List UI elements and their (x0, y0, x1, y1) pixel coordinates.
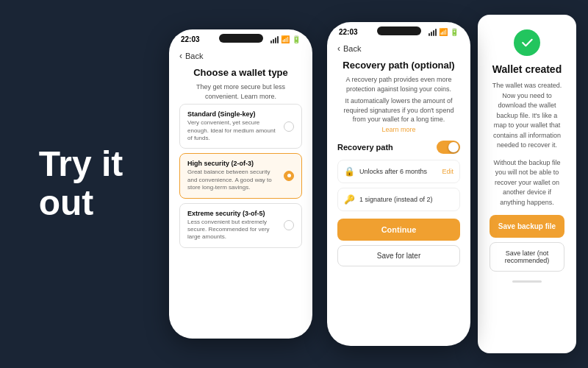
wallet-option-standard-radio (284, 121, 294, 132)
wallet-option-standard[interactable]: Standard (Single-key) Very convenient, y… (179, 104, 302, 149)
wallet-option-high-text: High security (2-of-3) Great balance bet… (187, 160, 279, 191)
hero-line1: Try it (39, 144, 123, 183)
recovery-path-label: Recovery path (337, 143, 393, 152)
unlock-label: Unlocks after 6 months (359, 168, 437, 175)
wallet-option-extreme-name: Extreme security (3-of-5) (187, 210, 279, 217)
recovery-row: Recovery path (337, 141, 460, 154)
phone1-back-button[interactable]: ‹ Back (179, 51, 302, 61)
phone2-desc1: A recovery path provides even more prote… (337, 75, 460, 93)
phone2-time: 22:03 (339, 28, 358, 36)
phone1-content: ‹ Back Choose a wallet type They get mor… (169, 46, 312, 339)
wallet-option-standard-name: Standard (Single-key) (187, 110, 279, 118)
phone2: 22:03 📶 🔋 ‹ Back Recovery path (optional… (327, 22, 470, 346)
phone1-back-label: Back (185, 52, 203, 60)
phone2-desc2: It automatically lowers the amount of re… (337, 96, 460, 124)
continue-button[interactable]: Continue (337, 219, 460, 241)
wallet-option-high-name: High security (2-of-3) (187, 160, 279, 167)
left-panel: Try it out (0, 0, 162, 368)
phone2-back-button[interactable]: ‹ Back (337, 43, 460, 54)
phone2-title: Recovery path (optional) (337, 60, 460, 71)
phone2-content: ‹ Back Recovery path (optional) A recove… (327, 39, 470, 346)
wallet-option-high[interactable]: High security (2-of-3) Great balance bet… (179, 153, 302, 198)
success-icon (514, 29, 540, 56)
battery-icon: 🔋 (292, 35, 301, 43)
sig-detail: 🔑 1 signature (instead of 2) (337, 188, 460, 211)
phone2-battery-icon: 🔋 (450, 28, 459, 36)
save-backup-button[interactable]: Save backup file (490, 215, 564, 238)
phone2-back-label: Back (343, 44, 361, 53)
wallet-created-title: Wallet created (492, 63, 562, 75)
wallet-option-extreme[interactable]: Extreme security (3-of-5) Less convenien… (179, 203, 302, 248)
wifi-icon: 📶 (281, 35, 290, 43)
phone1: 22:03 📶 🔋 ‹ Back Choose a wallet type Th… (169, 29, 312, 339)
signal-icon (270, 36, 279, 43)
key-icon: 🔑 (344, 194, 355, 205)
phone1-notch (219, 34, 263, 43)
wallet-created-desc1: The wallet was created. Now you need to … (490, 81, 564, 151)
center-area: 22:03 📶 🔋 ‹ Back Choose a wallet type Th… (162, 0, 478, 368)
wallet-option-extreme-radio (284, 220, 294, 230)
phone2-back-chevron: ‹ (337, 43, 340, 54)
phone2-signal-icon (429, 29, 437, 36)
wallet-option-standard-text: Standard (Single-key) Very convenient, y… (187, 110, 279, 142)
unlock-detail: 🔒 Unlocks after 6 months Edit (337, 160, 460, 183)
save-later-button[interactable]: Save for later (337, 245, 460, 266)
phone2-learn-more[interactable]: Learn more (337, 126, 460, 133)
wallet-save-later-button[interactable]: Save later (not recommended) (490, 242, 564, 272)
wallet-option-extreme-desc: Less convenient but extremely secure. Re… (187, 219, 279, 241)
phone2-notch (377, 26, 421, 35)
phone1-time: 22:03 (181, 35, 200, 43)
bottom-divider (512, 280, 542, 283)
lock-icon: 🔒 (344, 166, 355, 177)
wallet-created-desc2: Without the backup file you will not be … (490, 158, 564, 208)
hero-text: Try it out (39, 145, 123, 223)
phone2-wifi-icon: 📶 (439, 28, 448, 36)
wallet-created-panel: Wallet created The wallet was created. N… (478, 15, 576, 353)
phone2-status-icons: 📶 🔋 (429, 28, 459, 36)
checkmark-icon (520, 35, 534, 50)
sig-label: 1 signature (instead of 2) (359, 196, 453, 203)
phone1-back-chevron: ‹ (179, 51, 182, 61)
phone1-desc: They get more secure but less convenient… (179, 82, 302, 101)
wallet-option-high-desc: Great balance between security and conve… (187, 169, 279, 191)
recovery-toggle[interactable] (437, 141, 460, 154)
wallet-option-standard-desc: Very convenient, yet secure enough. Idea… (187, 119, 279, 142)
edit-link[interactable]: Edit (442, 168, 453, 175)
wallet-option-high-radio (284, 171, 294, 181)
wallet-option-extreme-text: Extreme security (3-of-5) Less convenien… (187, 210, 279, 241)
phone1-title: Choose a wallet type (179, 67, 302, 78)
phone1-status-icons: 📶 🔋 (270, 35, 301, 43)
hero-line2: out (39, 183, 94, 222)
